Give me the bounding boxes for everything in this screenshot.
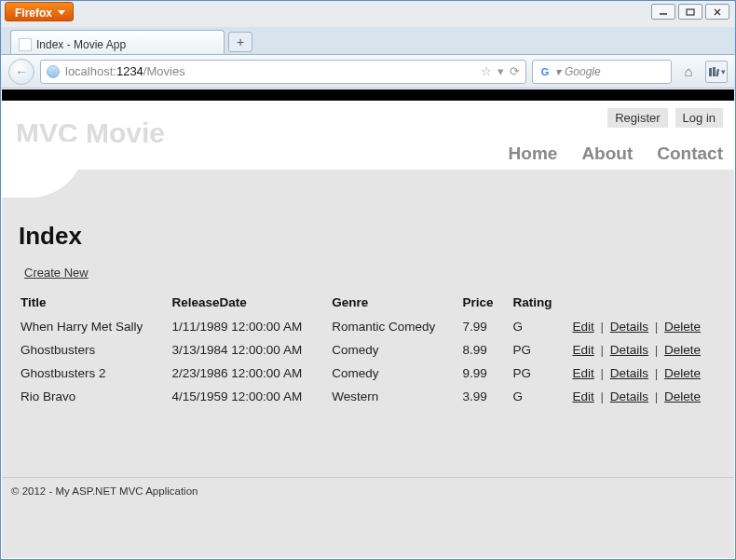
search-caret-icon: ▾ <box>555 65 561 78</box>
create-new-link[interactable]: Create New <box>24 266 89 280</box>
cell-price: 3.99 <box>455 385 505 408</box>
nav-home[interactable]: Home <box>509 143 558 164</box>
col-rating: Rating <box>505 292 565 315</box>
refresh-icon[interactable]: ⟳ <box>510 64 520 78</box>
browser-window: Firefox Index - Movie App + ← localhost:… <box>0 0 736 560</box>
bookmarks-button[interactable]: ▾ <box>705 61 728 83</box>
svg-rect-1 <box>687 9 694 15</box>
page-body: Index Create New Title ReleaseDate Genre… <box>2 170 734 477</box>
search-bar[interactable]: G ▾ Google <box>532 60 672 84</box>
edit-link[interactable]: Edit <box>572 320 593 334</box>
dropdown-icon[interactable]: ▾ <box>497 64 504 78</box>
cell-rating: G <box>505 385 565 408</box>
tab-strip: Index - Movie App + <box>1 27 735 55</box>
separator: | <box>648 320 664 334</box>
cell-release: 2/23/1986 12:00:00 AM <box>165 362 325 385</box>
back-button[interactable]: ← <box>8 59 34 85</box>
tab-title: Index - Movie App <box>36 38 126 51</box>
cell-rating: G <box>505 315 565 338</box>
minimize-button[interactable] <box>651 4 675 20</box>
svg-rect-6 <box>716 68 719 75</box>
bookmarks-icon <box>708 66 719 77</box>
edit-link[interactable]: Edit <box>572 389 593 403</box>
google-icon: G <box>538 65 552 78</box>
main-nav: Home About Contact <box>509 143 723 164</box>
cell-rating: PG <box>505 362 565 385</box>
login-link[interactable]: Log in <box>675 108 723 128</box>
maximize-button[interactable] <box>678 4 702 20</box>
home-icon: ⌂ <box>684 63 692 79</box>
separator: | <box>594 366 610 380</box>
cell-release: 1/11/1989 12:00:00 AM <box>165 315 325 338</box>
firefox-menu-label: Firefox <box>15 7 52 20</box>
details-link[interactable]: Details <box>610 320 648 334</box>
cell-price: 9.99 <box>455 362 505 385</box>
separator: | <box>648 389 664 403</box>
details-link[interactable]: Details <box>610 389 648 403</box>
url-bar[interactable]: localhost:1234/Movies ☆ ▾ ⟳ <box>40 60 526 84</box>
star-icon[interactable]: ☆ <box>481 64 492 78</box>
details-link[interactable]: Details <box>610 366 648 380</box>
svg-rect-4 <box>709 68 712 76</box>
url-path: /Movies <box>143 64 185 78</box>
cell-title: Ghostbusters <box>13 338 165 362</box>
account-links: Register Log in <box>607 108 723 128</box>
cell-price: 7.99 <box>455 315 505 338</box>
cell-title: Rio Bravo <box>13 385 165 408</box>
firefox-menu-button[interactable]: Firefox <box>5 2 74 21</box>
nav-toolbar: ← localhost:1234/Movies ☆ ▾ ⟳ G ▾ Google… <box>1 55 735 89</box>
delete-link[interactable]: Delete <box>664 389 701 403</box>
col-price: Price <box>455 292 505 315</box>
movies-table: Title ReleaseDate Genre Price Rating Whe… <box>13 292 723 408</box>
page-viewport: MVC Movie Register Log in Home About Con… <box>2 89 734 558</box>
col-actions <box>565 292 723 315</box>
separator: | <box>648 343 664 357</box>
cell-title: When Harry Met Sally <box>13 315 165 338</box>
top-black-bar <box>2 89 734 101</box>
cell-release: 4/15/1959 12:00:00 AM <box>165 385 325 408</box>
site-footer: © 2012 - My ASP.NET MVC Application <box>2 477 734 504</box>
cell-release: 3/13/1984 12:00:00 AM <box>165 338 325 362</box>
separator: | <box>594 343 610 357</box>
edit-link[interactable]: Edit <box>572 366 593 380</box>
col-title: Title <box>13 292 165 315</box>
cell-actions: Edit | Details | Delete <box>565 338 723 362</box>
delete-link[interactable]: Delete <box>664 343 701 357</box>
delete-link[interactable]: Delete <box>664 320 701 334</box>
separator: | <box>594 389 610 403</box>
cell-genre: Romantic Comedy <box>324 315 455 338</box>
site-header: MVC Movie Register Log in Home About Con… <box>2 101 734 170</box>
register-link[interactable]: Register <box>607 108 667 128</box>
window-controls <box>651 4 729 20</box>
home-button[interactable]: ⌂ <box>677 61 700 83</box>
edit-link[interactable]: Edit <box>572 343 593 357</box>
url-host: 1234 <box>116 64 143 78</box>
details-link[interactable]: Details <box>610 343 648 357</box>
separator: | <box>594 320 610 334</box>
back-arrow-icon: ← <box>15 64 28 79</box>
nav-about[interactable]: About <box>581 143 633 164</box>
search-placeholder: Google <box>565 65 601 78</box>
svg-rect-5 <box>713 67 716 76</box>
delete-link[interactable]: Delete <box>664 366 701 380</box>
nav-contact[interactable]: Contact <box>657 143 723 164</box>
cell-genre: Comedy <box>324 338 455 362</box>
globe-icon <box>47 65 60 78</box>
cell-title: Ghostbusters 2 <box>13 362 165 385</box>
close-button[interactable] <box>705 4 729 20</box>
table-row: Ghostbusters3/13/1984 12:00:00 AMComedy8… <box>13 338 723 362</box>
table-row: Ghostbusters 22/23/1986 12:00:00 AMComed… <box>13 362 723 385</box>
table-row: When Harry Met Sally1/11/1989 12:00:00 A… <box>13 315 723 338</box>
col-release: ReleaseDate <box>165 292 325 315</box>
cell-rating: PG <box>505 338 565 362</box>
cell-genre: Western <box>324 385 455 408</box>
page-heading: Index <box>19 222 723 251</box>
cell-genre: Comedy <box>324 362 455 385</box>
cell-actions: Edit | Details | Delete <box>565 362 723 385</box>
chevron-down-icon: ▾ <box>721 67 726 76</box>
separator: | <box>648 366 664 380</box>
new-tab-button[interactable]: + <box>228 32 252 52</box>
cell-price: 8.99 <box>455 338 505 362</box>
cell-actions: Edit | Details | Delete <box>565 385 723 408</box>
browser-tab[interactable]: Index - Movie App <box>10 30 225 54</box>
